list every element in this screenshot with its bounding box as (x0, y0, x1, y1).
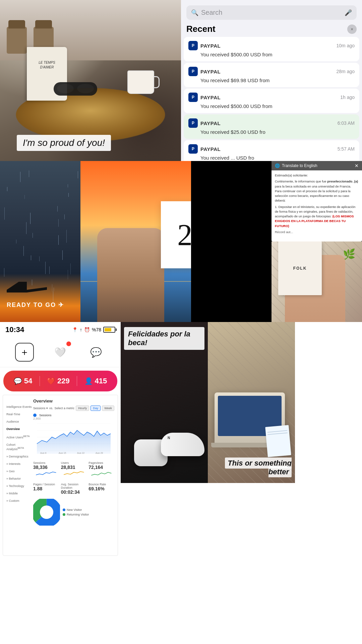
chair-1 (7, 27, 27, 54)
notif-body-3: You received $25.00 USD fro (188, 129, 355, 135)
analytics-stats-grid: Sessions 38,336 Users 28,831 (33, 460, 114, 496)
navigation-icon: ↑ (80, 327, 82, 332)
notif-header-4: P PAYPAL 5:57 AM (188, 144, 355, 154)
this-or-better-text: This or something better (225, 458, 292, 477)
rain-drop-20 (23, 246, 24, 256)
notif-time-0: 10m ago (337, 43, 355, 48)
notif-body-4: You received ... USD fro (188, 155, 355, 161)
svg-text:Aug 22: Aug 22 (77, 452, 84, 454)
year-text: 2024 (177, 218, 191, 252)
rain-drop-4 (54, 287, 54, 291)
translate-icon: 🌐 (275, 163, 280, 168)
ig-heart-button[interactable]: 🤍 (51, 343, 70, 362)
search-bar[interactable]: 🔍 Search 🎤 (186, 5, 357, 20)
search-placeholder: Search (201, 9, 342, 16)
person-icon: 👤 (84, 377, 93, 385)
notif-app-4: PAYPAL (200, 146, 221, 152)
translate-close-button[interactable]: ✕ (355, 163, 359, 168)
cafe-photo: LE TEMPSD'AIMER I'm so proud of you! (0, 0, 181, 161)
analytics-sidebar: Intelligence Events Real-Time Audience O… (6, 398, 33, 552)
notif-header-0: P PAYPAL 10m ago (188, 41, 355, 50)
recent-close-button[interactable]: × (347, 24, 357, 34)
status-bar: 10:34 📍 ↑ ⏰ %78 (0, 322, 121, 337)
ig-comment-count: 54 (24, 377, 32, 385)
rain-drop-8 (39, 256, 40, 261)
svg-point-11 (40, 505, 53, 519)
svg-text:Aug 15: Aug 15 (59, 452, 66, 454)
status-icons: 📍 ↑ ⏰ %78 (72, 327, 115, 333)
period-buttons: Hourly Day Week (76, 406, 114, 411)
sidebar-realtime: Real-Time (6, 413, 33, 416)
ig-stats-pill: 💬 54 ❤️ 229 👤 415 (3, 371, 117, 391)
ig-add-button[interactable]: ＋ (15, 343, 34, 362)
bottom-section: 10:34 📍 ↑ ⏰ %78 ＋ 🤍 💬 💬 (0, 322, 362, 644)
ig-stat-sep-2 (77, 376, 77, 386)
analytics-controls: Sessions ▾ vs. Select a metric Hourly Da… (33, 406, 114, 411)
notebook-line-1 (267, 430, 287, 432)
proud-text: I'm so proud of you! (17, 135, 111, 151)
notebook (265, 425, 291, 457)
notification-item-4: P PAYPAL 5:57 AM You received ... USD fr… (184, 140, 359, 161)
vs-label: vs. (49, 407, 53, 410)
rain-drop-6 (58, 235, 59, 245)
svg-text:Aug 8: Aug 8 (40, 452, 46, 454)
week-btn[interactable]: Week (102, 406, 114, 411)
rain-drop-14 (64, 214, 65, 219)
comment-icon: 💬 (14, 377, 22, 385)
notif-brand-4: P PAYPAL (188, 144, 221, 154)
ig-heart-badge (66, 341, 71, 346)
analytics-overview-title: Overview (33, 398, 114, 404)
rain-drop-9 (7, 187, 7, 191)
hourly-btn[interactable]: Hourly (76, 406, 89, 411)
instagram-section: 10:34 📍 ↑ ⏰ %78 ＋ 🤍 💬 💬 (0, 322, 121, 644)
analytics-main-area: Overview Sessions ▾ vs. Select a metric … (33, 398, 114, 552)
rain-drop-12 (4, 207, 5, 220)
rain-drop-3 (32, 279, 32, 286)
paypal-icon-1: P (188, 67, 198, 76)
middle-section: READY TO GO ✈ 2024 🌐 Translate to Englis… (0, 161, 362, 322)
cafe-cup (127, 70, 154, 94)
rain-drop-16 (62, 250, 63, 260)
rain-drop-17 (68, 184, 68, 187)
alarm-icon: ⏰ (84, 327, 90, 332)
translate-title: 🌐 Translate to English (275, 163, 317, 168)
translate-header: 🌐 Translate to English ✕ (272, 161, 362, 170)
mic-icon: 🎤 (345, 9, 352, 16)
notif-brand-1: P PAYPAL (188, 67, 221, 76)
notif-header-2: P PAYPAL 1h ago (188, 93, 355, 102)
ig-comments-stat: 💬 54 (14, 377, 32, 385)
sessions-chart: Aug 8 Aug 15 Aug 22 Aug 29 (33, 417, 114, 454)
legend-returning-visitor: Returning Visitor (63, 513, 89, 516)
ig-like-count: 229 (57, 377, 70, 385)
search-icon: 🔍 (191, 9, 198, 16)
rain-drops (0, 161, 80, 322)
stat-pageviews: Pageviews 72,164 (88, 460, 114, 479)
ig-message-button[interactable]: 💬 (87, 343, 106, 362)
sidebar-geo: » Geo (6, 470, 33, 473)
ig-likes-stat: ❤️ 229 (47, 377, 70, 385)
ig-followers-stat: 👤 415 (84, 377, 107, 385)
notif-time-2: 1h ago (340, 95, 355, 100)
felicidades-text: Felicidades por la beca! (124, 327, 204, 350)
notif-app-3: PAYPAL (200, 120, 221, 126)
rain-drop-7 (24, 195, 25, 199)
sunset-legs (97, 228, 164, 322)
sidebar-demographics: » Demographics (6, 455, 33, 458)
day-btn[interactable]: Day (90, 406, 101, 411)
status-time: 10:34 (5, 325, 24, 334)
rain-drop-15 (33, 233, 33, 238)
location-icon: 📍 (72, 327, 78, 332)
stat-pages-session: Pages / Session 1.88 (33, 481, 59, 496)
svg-text:Aug 29: Aug 29 (96, 452, 103, 454)
notif-header-1: P PAYPAL 28m ago (188, 67, 355, 76)
notification-item-1: P PAYPAL 28m ago You received $69.98 USD… (184, 63, 359, 87)
ig-stat-sep-1 (40, 376, 40, 386)
notif-body-0: You received $500.00 USD from (188, 52, 355, 57)
select-metric-label: Select a metric (55, 407, 75, 410)
chart-y-max: 2,900 (33, 417, 41, 420)
pie-chart (33, 499, 60, 526)
notification-list: P PAYPAL 10m ago You received $500.00 US… (181, 37, 362, 161)
notif-brand-3: P PAYPAL (188, 118, 221, 128)
recent-header: Recent × (181, 22, 362, 37)
notif-body-1: You received $69.98 USD from (188, 77, 355, 83)
